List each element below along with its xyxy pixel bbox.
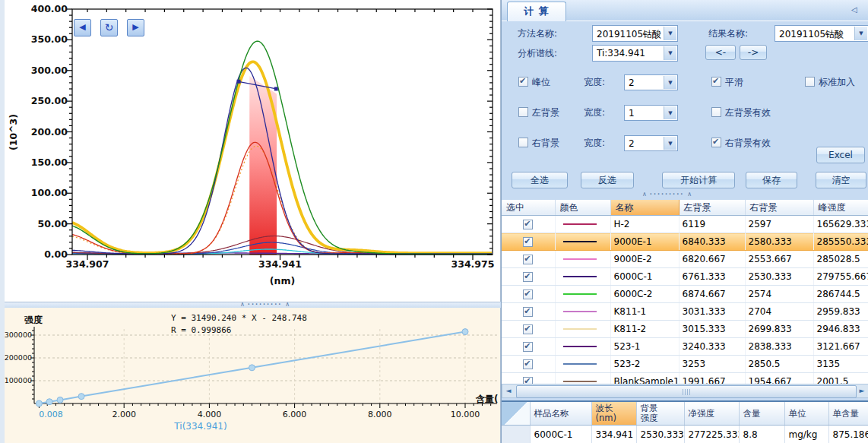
calibration-point[interactable] bbox=[46, 399, 52, 405]
result-col-header[interactable]: 背景 强度 bbox=[636, 401, 684, 426]
smooth-checkbox[interactable] bbox=[711, 77, 721, 87]
standard-addition-checkbox[interactable] bbox=[805, 77, 815, 87]
y-tick-label: 200.00 bbox=[31, 126, 68, 138]
sample-col-header[interactable]: 颜色 bbox=[555, 200, 610, 216]
start-calculation-button[interactable]: 开始计算 bbox=[662, 172, 735, 188]
right-bg-valid-checkbox[interactable] bbox=[711, 138, 721, 147]
left-bg-valid-label: 左背景有效 bbox=[725, 107, 771, 118]
sample-col-header[interactable]: 右背景 bbox=[745, 200, 813, 216]
save-button[interactable]: 保存 bbox=[746, 172, 797, 188]
sample-row-9000E-2[interactable]: 9000E-26820.6672553.667285028.5 bbox=[502, 251, 868, 268]
sample-col-header[interactable]: 峰强度 bbox=[813, 200, 868, 216]
collapse-arrow-icon[interactable]: ◁ bbox=[851, 5, 857, 14]
result-select[interactable]: 20191105钴酸 ▼ bbox=[775, 25, 868, 42]
scrollbar-thumb[interactable] bbox=[516, 385, 857, 398]
invert-selection-button[interactable]: 反选 bbox=[581, 172, 634, 188]
smooth-label: 平滑 bbox=[725, 77, 743, 87]
row-selector-cell[interactable] bbox=[502, 426, 530, 443]
calibration-point[interactable] bbox=[36, 400, 42, 407]
dropdown-arrow-icon[interactable]: ▼ bbox=[664, 137, 676, 150]
left-bg-valid-checkbox[interactable] bbox=[711, 107, 721, 117]
cell: 2959.833 bbox=[813, 303, 868, 321]
row-checkbox[interactable] bbox=[523, 324, 533, 334]
row-checkbox[interactable] bbox=[523, 342, 533, 352]
peak-width-select[interactable]: 2 ▼ bbox=[624, 74, 678, 90]
analysis-line-select[interactable]: Ti:334.941 ▼ bbox=[592, 45, 678, 62]
left-background-checkbox[interactable] bbox=[518, 107, 528, 117]
result-col-header[interactable]: 单位 bbox=[784, 401, 828, 426]
scroll-right-icon[interactable]: ► bbox=[856, 384, 868, 397]
calib-y-tick-label: 200000 bbox=[5, 353, 32, 362]
result-name-label: 结果名称: bbox=[708, 28, 748, 39]
calibration-point[interactable] bbox=[78, 394, 84, 400]
row-checkbox[interactable] bbox=[523, 290, 533, 299]
result-col-header[interactable]: 样品名称 bbox=[530, 401, 591, 426]
row-checkbox[interactable] bbox=[523, 307, 533, 317]
spectrum-prev-button[interactable]: ◀ bbox=[74, 19, 91, 36]
row-checkbox[interactable] bbox=[523, 359, 533, 369]
cell: K811-1 bbox=[610, 303, 679, 321]
sample-col-header[interactable]: 左背景 bbox=[679, 200, 745, 216]
calib-x-tick-label: 10.000 bbox=[451, 410, 480, 419]
calib-x-tick-label: 0.008 bbox=[39, 410, 63, 419]
dropdown-arrow-icon[interactable]: ▼ bbox=[664, 76, 676, 89]
result-col-header[interactable]: 波长 (nm) bbox=[591, 401, 636, 426]
sample-row-K811-2[interactable]: K811-23015.3332699.8332946.833 bbox=[502, 321, 868, 338]
prev-result-button[interactable]: <- bbox=[705, 45, 736, 60]
cell: 2850.5 bbox=[745, 356, 813, 373]
calibration-point[interactable] bbox=[249, 365, 255, 371]
y-tick-label: 350.00 bbox=[31, 33, 68, 45]
sample-col-header[interactable]: 名称 bbox=[610, 200, 679, 216]
splitter-grip-icon[interactable]: ∧·········∧ bbox=[240, 302, 290, 307]
method-select[interactable]: 20191105钴酸 ▼ bbox=[592, 25, 678, 42]
spectrum-next-button[interactable]: ▶ bbox=[127, 19, 144, 36]
select-all-button[interactable]: 全选 bbox=[512, 172, 568, 188]
dropdown-arrow-icon[interactable]: ▼ bbox=[854, 27, 867, 40]
sample-col-header[interactable]: 选中 bbox=[502, 200, 555, 216]
right-bg-width-select[interactable]: 2 ▼ bbox=[624, 135, 678, 151]
calibration-axes bbox=[30, 327, 497, 408]
method-name-label: 方法名称: bbox=[518, 28, 557, 39]
dropdown-arrow-icon[interactable]: ▼ bbox=[664, 46, 676, 60]
peak-marker-square[interactable] bbox=[274, 87, 278, 90]
row-checkbox[interactable] bbox=[523, 255, 533, 264]
sample-row-9000E-1[interactable]: 9000E-16840.3332580.333285550.333 bbox=[502, 233, 868, 251]
sample-row-523-1[interactable]: 523-13240.3332838.3333121.667 bbox=[502, 338, 868, 356]
dropdown-arrow-icon[interactable]: ▼ bbox=[664, 27, 676, 40]
horizontal-scrollbar[interactable]: ◄ ► bbox=[502, 384, 868, 398]
sample-row-K811-1[interactable]: K811-13031.33327042959.833 bbox=[502, 303, 868, 321]
sample-row-H-2[interactable]: H-261192597165629.333 bbox=[502, 216, 868, 233]
corner-cell bbox=[502, 401, 530, 426]
row-checkbox[interactable] bbox=[523, 237, 533, 247]
sample-row-523-2[interactable]: 523-232532850.53135 bbox=[502, 356, 868, 373]
dropdown-arrow-icon[interactable]: ▼ bbox=[664, 106, 676, 119]
cell: 2574 bbox=[745, 286, 813, 303]
result-col-header[interactable]: 含量 bbox=[739, 401, 784, 426]
y-tick-label: 300.00 bbox=[31, 65, 68, 76]
peak-marker-square[interactable] bbox=[237, 80, 241, 84]
sample-row-6000C-2[interactable]: 6000C-26874.6672574286744.5 bbox=[502, 286, 868, 303]
result-col-header[interactable]: 净强度 bbox=[684, 401, 739, 426]
spectrum-refresh-button[interactable]: ↻ bbox=[100, 19, 118, 36]
sample-row-6000C-1[interactable]: 6000C-16761.3332530.333279755.667 bbox=[502, 268, 868, 286]
next-result-button[interactable]: -> bbox=[740, 45, 767, 60]
peak-width-value: 2 bbox=[629, 78, 635, 88]
row-checkbox[interactable] bbox=[523, 220, 533, 229]
y-tick-label: 150.00 bbox=[31, 157, 68, 168]
cell: 2553.667 bbox=[745, 251, 813, 268]
tab-calculate[interactable]: 计 算 bbox=[507, 2, 566, 21]
right-background-checkbox[interactable] bbox=[518, 138, 528, 147]
row-checkbox[interactable] bbox=[523, 272, 533, 282]
peak-checkbox[interactable] bbox=[518, 77, 528, 87]
clear-button[interactable]: 清空 bbox=[816, 172, 866, 188]
calibration-point[interactable] bbox=[57, 397, 63, 403]
result-col-header[interactable]: 单含量 bbox=[828, 401, 868, 426]
table-splitter-grip-icon[interactable]: ∧·········∧ bbox=[642, 192, 692, 197]
tab-bar: 计 算 ◁ bbox=[502, 0, 868, 21]
scroll-left-icon[interactable]: ◄ bbox=[502, 384, 515, 397]
calibration-point[interactable] bbox=[462, 329, 468, 335]
width-label-3: 宽度: bbox=[584, 138, 605, 148]
left-bg-width-select[interactable]: 1 ▼ bbox=[624, 105, 678, 121]
excel-button[interactable]: Excel bbox=[816, 147, 865, 163]
result-row[interactable]: 6000C-1334.9412530.333277225.3338.8mg/kg… bbox=[502, 426, 868, 443]
